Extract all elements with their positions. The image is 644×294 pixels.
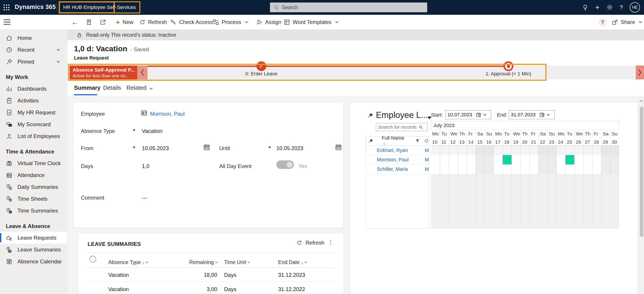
calendar-cell-r0-d29[interactable] xyxy=(601,146,610,155)
date-picker-calendar-icon[interactable] xyxy=(476,112,482,118)
process-button[interactable]: Process xyxy=(212,15,248,29)
calendar-cell-r2-d22[interactable] xyxy=(538,164,548,174)
calendar-cell-r2-d24[interactable] xyxy=(556,164,565,174)
leave-event-cell-d25[interactable] xyxy=(565,155,574,164)
bpf-scroll-left-button[interactable] xyxy=(137,66,148,79)
calendar-cell-r0-d19[interactable] xyxy=(512,146,520,155)
calendar-cell-r0-d20[interactable] xyxy=(520,146,530,155)
tab-details[interactable]: Details xyxy=(103,84,121,91)
calendar-cell-r2-d25[interactable] xyxy=(565,164,574,174)
bpf-process-block[interactable]: Absence Self-Approval P... Active for le… xyxy=(70,66,137,79)
calendar-cell-r1-d23[interactable] xyxy=(548,155,556,164)
popout-button[interactable] xyxy=(100,15,106,29)
until-date-value[interactable]: 10.05.2023 xyxy=(276,145,303,151)
sidebar-item-time-sheets[interactable]: Time Sheets xyxy=(0,193,67,205)
calendar-cell-r0-d15[interactable] xyxy=(476,146,485,155)
employee-name-link[interactable]: Schiller, Maria xyxy=(377,166,408,172)
tab-related[interactable]: Related xyxy=(126,84,152,91)
calendar-cell-r1-d14[interactable] xyxy=(467,155,476,164)
calendar-cell-r1-d28[interactable] xyxy=(592,155,601,164)
calendar-cell-r0-d10[interactable] xyxy=(431,146,440,155)
sidebar-item-my-scorecard[interactable]: My Scorecard xyxy=(0,118,67,130)
record-search-box[interactable] xyxy=(376,123,428,131)
days-value[interactable]: 1,0 xyxy=(142,163,149,169)
pin-icon[interactable] xyxy=(368,113,373,118)
share-button[interactable]: Share xyxy=(612,15,642,29)
sitemap-hamburger-icon[interactable] xyxy=(4,19,10,26)
calendar-cell-r2-d15[interactable] xyxy=(476,164,485,174)
column-header-remaining[interactable]: Remaining xyxy=(177,259,217,265)
sidebar-item-leave-summaries[interactable]: Leave Summaries xyxy=(0,244,67,256)
calendar-cell-r0-d28[interactable] xyxy=(592,146,601,155)
sidebar-item-home[interactable]: Home xyxy=(0,32,67,44)
word-templates-button[interactable]: Word Templates xyxy=(284,15,338,29)
calendar-cell-r2-d12[interactable] xyxy=(449,164,458,174)
calendar-cell-r0-d22[interactable] xyxy=(538,146,548,155)
sidebar-item-absence-calendar[interactable]: Absence Calendar xyxy=(0,256,67,267)
calendar-cell-r2-d20[interactable] xyxy=(520,164,530,174)
calendar-cell-r2-d29[interactable] xyxy=(601,164,610,174)
employee-row-2[interactable]: Schiller, MariaM xyxy=(366,164,429,174)
calendar-cell-r1-d27[interactable] xyxy=(583,155,592,164)
employee-lookup-value[interactable]: Morrison, Paul xyxy=(150,111,185,117)
sidebar-item-leave-requests[interactable]: Leave Requests xyxy=(0,232,67,244)
form-help-button[interactable]: ? xyxy=(598,18,607,27)
new-button[interactable]: + New xyxy=(116,15,133,29)
scrollbar-thumb[interactable] xyxy=(640,107,643,237)
calendar-cell-r1-d17[interactable] xyxy=(494,155,502,164)
calendar-cell-r1-d16[interactable] xyxy=(485,155,494,164)
calendar-cell-r0-d16[interactable] xyxy=(485,146,494,155)
gear-icon[interactable] xyxy=(606,4,613,11)
employee-row-0[interactable]: Eckhart, RyanM xyxy=(366,146,429,155)
calendar-cell-r2-d23[interactable] xyxy=(548,164,556,174)
calendar-cell-r2-d28[interactable] xyxy=(592,164,601,174)
app-launcher-waffle-icon[interactable] xyxy=(4,4,10,11)
calendar-cell-r0-d17[interactable] xyxy=(494,146,502,155)
vertical-scrollbar[interactable] xyxy=(639,97,644,294)
calendar-cell-r2-d14[interactable] xyxy=(467,164,476,174)
sidebar-item-dashboards[interactable]: Dashboards xyxy=(0,83,67,95)
back-button[interactable]: ← xyxy=(71,15,78,29)
refresh-button[interactable]: Refresh xyxy=(139,15,167,29)
calendar-cell-r0-d13[interactable] xyxy=(458,146,467,155)
start-date-input[interactable] xyxy=(448,112,474,118)
bpf-stage0-label[interactable]: 0: Enter Leave xyxy=(214,71,308,77)
calendar-cell-r1-d20[interactable] xyxy=(520,155,530,164)
sidebar-item-pinned[interactable]: Pinned xyxy=(0,56,67,68)
calendar-cell-r2-d27[interactable] xyxy=(583,164,592,174)
help-icon[interactable]: ? xyxy=(620,4,623,10)
pin-icon[interactable] xyxy=(368,139,373,144)
bpf-stage0-check-circle[interactable]: ✓ xyxy=(256,61,266,71)
sidebar-item-list-of-employees[interactable]: List of Employees xyxy=(0,130,67,142)
calendar-cell-r0-d24[interactable] xyxy=(556,146,565,155)
calendar-cell-r1-d29[interactable] xyxy=(601,155,610,164)
end-date-input[interactable] xyxy=(511,112,537,118)
bpf-scroll-right-button[interactable] xyxy=(636,66,644,79)
global-search-input[interactable] xyxy=(282,4,416,10)
calendar-cell-r1-d11[interactable] xyxy=(440,155,449,164)
calendar-cell-r0-d26[interactable] xyxy=(574,146,583,155)
app-brand-title[interactable]: Dynamics 365 xyxy=(15,3,56,10)
calendar-cell-r1-d22[interactable] xyxy=(538,155,548,164)
calendar-cell-r0-d14[interactable] xyxy=(467,146,476,155)
filter-funnel-icon[interactable] xyxy=(415,139,420,144)
global-search-box[interactable] xyxy=(270,2,427,12)
date-picker-calendar-icon[interactable] xyxy=(539,112,545,118)
quick-create-plus-icon[interactable]: + xyxy=(595,4,600,11)
calendar-cell-r2-d18[interactable] xyxy=(502,164,512,174)
calendar-cell-r2-d16[interactable] xyxy=(485,164,494,174)
calendar-cell-r0-d21[interactable] xyxy=(530,146,538,155)
calendar-cell-r1-d10[interactable] xyxy=(431,155,440,164)
calendar-cell-r2-d21[interactable] xyxy=(530,164,538,174)
calendar-cell-r0-d23[interactable] xyxy=(548,146,556,155)
sidebar-item-virtual-time-clock[interactable]: Virtual Time Clock xyxy=(0,157,67,169)
subgrid-more-commands-icon[interactable] xyxy=(330,240,331,245)
subgrid-refresh-button[interactable]: Refresh xyxy=(296,240,324,246)
column-header-time-unit[interactable]: Time Unit xyxy=(224,259,250,265)
calendar-cell-r1-d15[interactable] xyxy=(476,155,485,164)
record-set-button[interactable] xyxy=(86,15,92,29)
full-name-column-header[interactable]: Full Name ↑ xyxy=(382,135,409,147)
leave-event-cell-d18[interactable] xyxy=(502,155,512,164)
calendar-cell-r0-d30[interactable] xyxy=(610,146,619,155)
sidebar-item-recent[interactable]: Recent xyxy=(0,44,67,56)
